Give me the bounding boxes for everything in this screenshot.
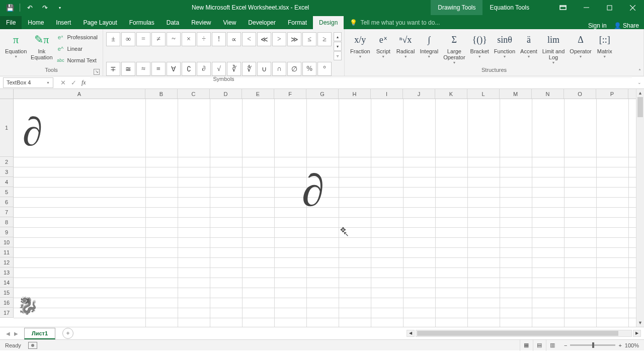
page-layout-view-icon[interactable]: ▤ bbox=[533, 340, 546, 351]
symbol-∛[interactable]: ∛ bbox=[227, 62, 241, 76]
symbol-gallery-nav-0[interactable]: ▴ bbox=[334, 32, 342, 41]
structure-large-operator[interactable]: ΣLarge Operator▼ bbox=[441, 31, 467, 65]
linear-button[interactable]: e^Linear bbox=[56, 43, 98, 54]
qat-customize-icon[interactable]: ▾ bbox=[53, 1, 67, 14]
symbol->[interactable]: > bbox=[272, 32, 286, 46]
macro-record-icon[interactable] bbox=[28, 342, 37, 349]
row-header-5[interactable]: 5 bbox=[0, 187, 13, 197]
row-header-3[interactable]: 3 bbox=[0, 167, 13, 177]
structure-matrix[interactable]: [::]Matrix▼ bbox=[594, 31, 615, 59]
enter-formula-icon[interactable]: ✓ bbox=[71, 79, 76, 86]
tab-view[interactable]: View bbox=[217, 16, 243, 29]
row-header-13[interactable]: 13 bbox=[0, 267, 13, 278]
tab-nav-next-icon[interactable]: ▶ bbox=[14, 331, 18, 336]
symbol-≠[interactable]: ≠ bbox=[151, 32, 166, 46]
symbol-∩[interactable]: ∩ bbox=[272, 62, 286, 76]
scroll-up-icon[interactable]: ▲ bbox=[636, 89, 644, 97]
structure-function[interactable]: sinθFunction▼ bbox=[492, 31, 518, 59]
symbol-gallery-nav-1[interactable]: ▾ bbox=[334, 42, 342, 51]
row-header-10[interactable]: 10 bbox=[0, 237, 13, 247]
cancel-formula-icon[interactable]: ✕ bbox=[60, 79, 66, 86]
symbol-×[interactable]: × bbox=[182, 32, 196, 46]
redo-icon[interactable]: ↷ bbox=[38, 1, 52, 14]
chevron-down-icon[interactable]: ▼ bbox=[46, 81, 50, 84]
tab-data[interactable]: Data bbox=[160, 16, 185, 29]
cells-grid[interactable] bbox=[14, 99, 636, 327]
symbol-∝[interactable]: ∝ bbox=[227, 32, 241, 46]
zoom-in-icon[interactable]: + bbox=[618, 342, 621, 348]
close-icon[interactable] bbox=[621, 0, 644, 15]
maximize-icon[interactable] bbox=[598, 0, 621, 15]
col-header-J[interactable]: J bbox=[403, 89, 435, 99]
structure-limit-and-log[interactable]: limLimit and Log▼ bbox=[540, 31, 568, 65]
col-header-M[interactable]: M bbox=[500, 89, 532, 99]
scroll-thumb[interactable] bbox=[637, 97, 643, 117]
tab-developer[interactable]: Developer bbox=[242, 16, 282, 29]
col-header-L[interactable]: L bbox=[467, 89, 500, 99]
tab-design[interactable]: Design bbox=[313, 16, 344, 29]
symbol-≈[interactable]: ≈ bbox=[136, 62, 150, 76]
symbol-∅[interactable]: ∅ bbox=[287, 62, 301, 76]
symbol-=[interactable]: = bbox=[136, 32, 150, 46]
structure-accent[interactable]: äAccent▼ bbox=[518, 31, 540, 59]
col-header-I[interactable]: I bbox=[371, 89, 403, 99]
symbol-÷[interactable]: ÷ bbox=[197, 32, 211, 46]
symbol-∜[interactable]: ∜ bbox=[242, 62, 256, 76]
row-headers[interactable]: 1234567891011121314151617 bbox=[0, 99, 14, 318]
row-header-7[interactable]: 7 bbox=[0, 207, 13, 217]
symbol-≫[interactable]: ≫ bbox=[287, 32, 301, 46]
col-header-H[interactable]: H bbox=[339, 89, 371, 99]
row-header-2[interactable]: 2 bbox=[0, 157, 13, 167]
row-header-1[interactable]: 1 bbox=[0, 99, 13, 157]
sign-in-link[interactable]: Sign in bbox=[588, 22, 607, 29]
symbol-≅[interactable]: ≅ bbox=[121, 62, 135, 76]
hscroll-left-icon[interactable]: ◀ bbox=[407, 330, 415, 337]
tab-format[interactable]: Format bbox=[282, 16, 313, 29]
scroll-down-icon[interactable]: ▼ bbox=[636, 319, 644, 327]
structure-fraction[interactable]: x/yFraction▼ bbox=[348, 31, 373, 59]
col-header-K[interactable]: K bbox=[435, 89, 467, 99]
tell-me-search[interactable]: 💡Tell me what you want to do... bbox=[344, 16, 583, 29]
symbol-%[interactable]: % bbox=[302, 62, 316, 76]
structure-operator[interactable]: ΔOperator▼ bbox=[567, 31, 594, 59]
symbol-∂[interactable]: ∂ bbox=[197, 62, 211, 76]
structure-script[interactable]: eˣScript▼ bbox=[373, 31, 394, 59]
symbol-∞[interactable]: ∞ bbox=[121, 32, 135, 46]
tab-home[interactable]: Home bbox=[22, 16, 50, 29]
symbol-≥[interactable]: ≥ bbox=[317, 32, 332, 46]
symbol-∀[interactable]: ∀ bbox=[167, 62, 181, 76]
undo-icon[interactable]: ↶ bbox=[23, 1, 37, 14]
row-header-11[interactable]: 11 bbox=[0, 247, 13, 257]
symbol-√[interactable]: √ bbox=[212, 62, 226, 76]
tab-file[interactable]: File bbox=[0, 16, 22, 29]
structure-radical[interactable]: ⁿ√xRadical▼ bbox=[394, 31, 418, 59]
col-header-A[interactable]: A bbox=[14, 89, 145, 99]
tab-insert[interactable]: Insert bbox=[50, 16, 77, 29]
name-box[interactable]: TextBox 4▼ bbox=[3, 77, 53, 88]
symbol-gallery-nav-2[interactable]: ▿ bbox=[334, 51, 342, 60]
row-header-6[interactable]: 6 bbox=[0, 197, 13, 207]
row-header-4[interactable]: 4 bbox=[0, 177, 13, 187]
symbol-~[interactable]: ~ bbox=[167, 32, 181, 46]
ribbon-display-icon[interactable] bbox=[551, 0, 575, 15]
structure-bracket[interactable]: {()}Bracket▼ bbox=[468, 31, 492, 59]
row-header-15[interactable]: 15 bbox=[0, 288, 13, 298]
col-header-G[interactable]: G bbox=[306, 89, 339, 99]
tab-review[interactable]: Review bbox=[185, 16, 217, 29]
col-header-N[interactable]: N bbox=[532, 89, 564, 99]
tab-nav-prev-icon[interactable]: ◀ bbox=[6, 331, 10, 336]
sheet-tab-1[interactable]: Лист1 bbox=[24, 328, 55, 339]
row-header-8[interactable]: 8 bbox=[0, 217, 13, 227]
ink-equation-button[interactable]: ✎π Ink Equation bbox=[29, 31, 54, 61]
column-headers[interactable]: ABCDEFGHIJKLMNOP bbox=[14, 89, 636, 99]
symbol-±[interactable]: ± bbox=[106, 32, 120, 46]
row-header-9[interactable]: 9 bbox=[0, 227, 13, 237]
symbol-°[interactable]: ° bbox=[317, 62, 332, 76]
new-sheet-button[interactable]: + bbox=[62, 328, 73, 339]
fx-icon[interactable]: fx bbox=[82, 79, 86, 86]
vertical-scrollbar[interactable]: ▲ ▼ bbox=[636, 89, 644, 327]
symbol-∁[interactable]: ∁ bbox=[182, 62, 196, 76]
col-header-O[interactable]: O bbox=[564, 89, 596, 99]
tab-formulas[interactable]: Formulas bbox=[123, 16, 160, 29]
professional-button[interactable]: eˣProfessional bbox=[56, 32, 98, 43]
